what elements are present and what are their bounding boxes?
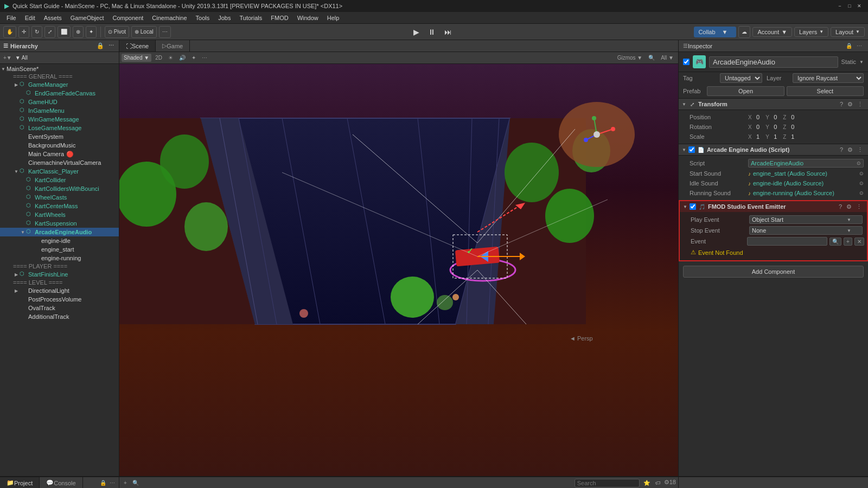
transform-menu-btn[interactable]: ⋮ [856,100,865,108]
move-tool-button[interactable]: ✛ [18,26,29,38]
running-sound-link[interactable]: engine-running (Audio Source) [753,190,834,196]
hierarchy-item-player[interactable]: ==== PLAYER ==== [0,262,119,270]
asset-add-btn[interactable]: + [122,479,129,487]
collab-button[interactable]: Collab ▼ [694,27,736,37]
event-search-btn[interactable]: 🔍 [829,237,841,246]
object-name-field[interactable] [709,56,838,68]
hierarchy-item-mainscene[interactable]: ▼MainScene* [0,65,119,73]
scale-tool-button[interactable]: ⤢ [44,26,55,38]
scene-viewport[interactable]: ✓ ◄ Persp [119,64,678,476]
step-button[interactable]: ⏭ [441,27,455,37]
inspector-lock-btn[interactable]: 🔒 [844,42,854,49]
local-button[interactable]: ⊕ Local [131,26,157,38]
fmod-component-header[interactable]: ▼ 🎵 FMOD Studio Event Emitter ? ⚙ ⋮ [679,200,868,212]
play-event-dropdown[interactable]: Object Start ▼ [749,215,863,224]
menu-item-jobs[interactable]: Jobs [214,14,235,22]
tag-dropdown[interactable]: Untagged [720,73,762,83]
scene-options-btn[interactable]: ⋯ [200,54,209,62]
add-component-button[interactable]: Add Component [683,266,864,278]
hierarchy-item-enginestart[interactable]: engine_start [0,245,119,254]
tree-arrow-mainscene[interactable]: ▼ [0,66,7,72]
hierarchy-item-general[interactable]: ==== GENERAL ==== [0,73,119,80]
menu-item-tutorials[interactable]: Tutorials [235,14,266,22]
hierarchy-item-level[interactable]: ==== LEVEL ==== [0,279,119,286]
shaded-dropdown[interactable]: Shaded ▼ [122,54,151,62]
fmod-enabled-checkbox[interactable] [690,203,696,210]
script-value[interactable]: ArcadeEngineAudio ⊙ [748,159,864,168]
hierarchy-item-gamemanager[interactable]: ▶⬡GameManager [0,80,119,89]
inspector-menu-btn[interactable]: ⋯ [855,42,864,49]
asset-filter-fav-btn[interactable]: ⭐ [641,479,652,487]
fmod-menu-btn[interactable]: ⋮ [854,203,864,211]
asset-search-btn[interactable]: 🔍 [130,479,141,487]
layer-dropdown[interactable]: Ignore Raycast [793,73,864,83]
hierarchy-item-eventsystem[interactable]: EventSystem [0,132,119,141]
hierarchy-item-additionaltrack[interactable]: AdditionalTrack [0,312,119,321]
hierarchy-item-kartcollider[interactable]: ⬡KartCollider [0,176,119,184]
audio-button[interactable]: 🔊 [177,54,188,62]
object-enabled-checkbox[interactable] [683,59,690,65]
hierarchy-item-kartcollbounce[interactable]: ⬡KartCollidersWithBounci [0,184,119,193]
idle-sound-link[interactable]: engine-idle (Audio Source) [753,180,824,187]
minimize-button[interactable]: − [835,2,844,10]
hierarchy-item-kartwheels[interactable]: ⬡KartWheels [0,210,119,219]
play-button[interactable]: ▶ [410,27,423,37]
account-button[interactable]: Account ▼ [752,27,792,37]
search-icon-btn[interactable]: 🔍 [646,54,657,62]
tree-arrow-gamemanager[interactable]: ▶ [13,81,20,88]
snap-button[interactable]: ⋯ [159,26,171,38]
cloud-button[interactable]: ☁ [738,26,750,38]
layout-button[interactable]: Layout ▼ [831,27,865,37]
view-all-button[interactable]: All ▼ [659,54,676,62]
arcade-settings-btn[interactable]: ⚙ [846,146,854,154]
arcade-audio-component-header[interactable]: ▼ 📄 Arcade Engine Audio (Script) ? ⚙ ⋮ [679,144,868,156]
hierarchy-item-wheelcasts[interactable]: ⬡WheelCasts [0,193,119,202]
transform-tool-button[interactable]: ⊕ [73,26,84,38]
hierarchy-item-postprocess[interactable]: PostProcessVolume [0,295,119,304]
scene-tab[interactable]: ⛶ Scene [119,40,156,52]
prefab-open-button[interactable]: Open [707,86,784,96]
hierarchy-item-gamehud[interactable]: ⬡GameHUD [0,98,119,106]
menu-item-component[interactable]: Component [108,14,148,22]
light-button[interactable]: ☀ [166,54,175,62]
hierarchy-item-cinemachinecam[interactable]: CinemachineVirtualCamera [0,158,119,167]
menu-item-gameobject[interactable]: GameObject [66,14,108,22]
game-tab[interactable]: ▷ Game [156,40,190,52]
hierarchy-item-enginerunning[interactable]: engine-running [0,254,119,262]
event-add-btn[interactable]: + [844,237,852,246]
arcade-help-btn[interactable]: ? [838,146,845,154]
event-input[interactable] [747,237,827,246]
pause-button[interactable]: ⏸ [425,27,439,37]
layers-button[interactable]: Layers ▼ [794,27,828,37]
hand-tool-button[interactable]: ✋ [3,26,16,38]
tree-arrow-kartclassic[interactable]: ▼ [13,168,20,175]
pivot-button[interactable]: ⊙ Pivot [105,26,129,38]
menu-item-edit[interactable]: Edit [21,14,40,22]
hierarchy-item-kartclassic[interactable]: ▼⬡KartClassic_Player [0,167,119,176]
prefab-select-button[interactable]: Select [787,86,864,96]
asset-search-input[interactable] [575,479,640,487]
bottom-lock-btn[interactable]: 🔒 [98,479,108,486]
asset-filter-label-btn[interactable]: 🏷 [653,479,663,487]
tree-arrow-directionallight[interactable]: ▶ [13,287,20,294]
2d-button[interactable]: 2D [153,54,164,62]
close-button[interactable]: ✕ [855,2,864,10]
hierarchy-search-all[interactable]: ▼ All [14,54,29,62]
tree-arrow-arcadeaudio[interactable]: ▼ [20,229,26,235]
maximize-button[interactable]: □ [845,2,854,10]
arcade-menu-btn[interactable]: ⋮ [856,146,865,154]
hierarchy-item-maincam[interactable]: Main Camera🔴 [0,150,119,158]
console-tab[interactable]: 💬 Console [40,477,82,488]
menu-item-window[interactable]: Window [293,14,323,22]
menu-item-help[interactable]: Help [323,14,344,22]
hierarchy-item-kartcenter[interactable]: ⬡KartCenterMass [0,202,119,210]
project-tab[interactable]: 📁 Project [0,477,40,488]
hierarchy-item-losegamemsg[interactable]: ⬡LoseGameMessage [0,124,119,132]
hierarchy-item-bgmusic[interactable]: BackgroundMusic [0,141,119,150]
bottom-menu-btn[interactable]: ⋯ [108,479,117,486]
custom-tool-button[interactable]: ✦ [86,26,97,38]
stop-event-dropdown[interactable]: None ▼ [749,226,863,235]
hierarchy-item-ingamemenu[interactable]: ⬡InGameMenu [0,106,119,115]
hierarchy-item-directionallight[interactable]: ▶DirectionalLight [0,286,119,295]
arcade-enabled-checkbox[interactable] [688,146,695,153]
